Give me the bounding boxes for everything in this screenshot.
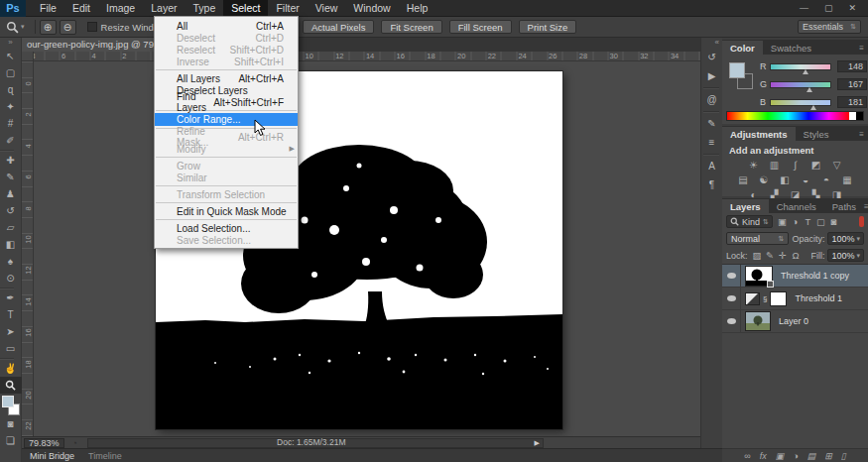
link-layers-icon[interactable]: ∞ (744, 451, 750, 461)
crop-tool[interactable]: # (0, 115, 22, 132)
menu-select[interactable]: Select (223, 0, 268, 17)
menu-window[interactable]: Window (345, 0, 398, 17)
character-panel-icon[interactable]: A (703, 157, 721, 175)
resize-windows-checkbox[interactable] (87, 22, 97, 32)
clone-stamp-tool[interactable]: ♟ (0, 185, 22, 202)
channel-mixer-icon[interactable]: ◓ (818, 173, 835, 186)
layer-style-icon[interactable]: fx (760, 451, 767, 461)
clone-source-panel-icon[interactable]: ≡ (703, 133, 721, 152)
layer-row-threshold-1[interactable]: §Threshold 1 (722, 288, 868, 310)
fill-field[interactable]: 100% ▾ (827, 249, 864, 262)
close-button[interactable]: ✕ (848, 3, 856, 13)
curves-icon[interactable]: ∫ (787, 159, 804, 172)
actual-pixels-button[interactable]: Actual Pixels (303, 20, 374, 34)
hand-tool[interactable]: ✌ (0, 360, 22, 377)
photo-filter-icon[interactable]: ◒ (798, 173, 814, 186)
color-panel-swatches[interactable] (729, 62, 755, 92)
quick-mask-button[interactable]: ◙ (0, 415, 22, 432)
history-panel-icon[interactable]: ↺ (703, 48, 721, 66)
hue-saturation-icon[interactable]: ▤ (735, 173, 752, 186)
filter-shape-icon[interactable]: ▢ (814, 216, 827, 227)
delete-layer-icon[interactable]: ▯ (841, 451, 846, 461)
path-selection-tool[interactable]: ➤ (0, 323, 22, 340)
menu-item-load-selection[interactable]: Load Selection... (155, 222, 298, 234)
menu-type[interactable]: Type (185, 0, 223, 17)
color-spectrum-ramp[interactable] (726, 111, 864, 121)
slider-marker[interactable] (806, 87, 812, 92)
layer-name[interactable]: Threshold 1 copy (781, 271, 849, 281)
blur-tool[interactable]: ♠ (0, 253, 22, 270)
layer-row-threshold-1-copy[interactable]: Threshold 1 copy (722, 265, 868, 288)
levels-icon[interactable]: ▥ (766, 159, 783, 172)
color-lookup-icon[interactable]: ▦ (839, 173, 856, 186)
new-group-icon[interactable]: ▤ (807, 451, 816, 461)
menu-image[interactable]: Image (98, 0, 143, 17)
exposure-icon[interactable]: ◩ (807, 159, 824, 172)
foreground-color-swatch[interactable] (729, 62, 745, 78)
foreground-color-swatch[interactable] (2, 396, 14, 407)
opacity-field[interactable]: 100% ▾ (827, 232, 864, 245)
move-tool[interactable]: ↖ (0, 48, 22, 64)
dodge-tool[interactable]: ⊙ (0, 270, 22, 287)
layer-name[interactable]: Threshold 1 (795, 293, 842, 303)
menu-item-edit-in-quick-mask-mode[interactable]: Edit in Quick Mask Mode (155, 205, 298, 217)
spectrum-white[interactable] (849, 112, 856, 120)
bottom-tab-timeline[interactable]: Timeline (88, 451, 122, 461)
slider-marker[interactable] (810, 105, 816, 110)
spectrum-black[interactable] (856, 112, 863, 120)
channel-slider[interactable] (770, 81, 831, 88)
zoom-level-field[interactable]: 79.83% (24, 438, 64, 448)
restore-button[interactable]: ▢ (824, 3, 833, 13)
menu-layer[interactable]: Layer (143, 0, 185, 17)
tab-color[interactable]: Color (722, 41, 763, 55)
workspace-switcher[interactable]: Essentials ⇅ (798, 20, 861, 34)
vertical-ruler[interactable]: 024681012141618202224 (22, 61, 34, 436)
layer-row-layer-0[interactable]: Layer 0 (722, 310, 868, 333)
channel-slider[interactable] (770, 63, 831, 70)
filter-type-icon[interactable]: T (802, 216, 814, 227)
brush-panel-icon[interactable]: ✎ (703, 114, 721, 133)
color-swatches[interactable] (2, 396, 20, 415)
bottom-tab-mini-bridge[interactable]: Mini Bridge (30, 451, 74, 461)
blend-mode-select[interactable]: Normal ⇅ (726, 232, 789, 245)
menu-item-color-range[interactable]: Color Range... (155, 113, 298, 126)
menu-view[interactable]: View (308, 0, 346, 17)
lock-all-icon[interactable]: Ω (790, 250, 803, 261)
dock-collapse-icon[interactable]: « (715, 38, 722, 48)
type-tool[interactable]: T (0, 306, 22, 323)
menu-edit[interactable]: Edit (64, 0, 98, 17)
history-brush-tool[interactable]: ↺ (0, 202, 22, 219)
layer-mask-thumbnail[interactable] (770, 291, 787, 306)
add-mask-icon[interactable]: ▣ (776, 451, 785, 461)
filter-adjustment-icon[interactable]: ◑ (789, 216, 802, 227)
menu-item-all-layers[interactable]: All LayersAlt+Ctrl+A (155, 72, 298, 84)
vibrance-icon[interactable]: ▽ (828, 159, 845, 172)
layer-thumbnail[interactable] (745, 311, 771, 331)
brightness-contrast-icon[interactable]: ☀ (745, 159, 762, 172)
filter-kind-select[interactable]: Kind ⇅ (726, 215, 773, 228)
quick-selection-tool[interactable]: ✦ (0, 98, 22, 115)
status-expand-arrow[interactable]: ▶ (535, 439, 543, 447)
layer-thumbnail[interactable] (745, 266, 773, 287)
tab-layers[interactable]: Layers (722, 199, 769, 213)
gradient-tool[interactable]: ◧ (0, 236, 22, 253)
filter-toggle-switch[interactable] (859, 216, 864, 227)
layer-name[interactable]: Layer 0 (779, 316, 808, 326)
fill-screen-button[interactable]: Fill Screen (449, 20, 512, 34)
screen-mode-button[interactable]: ❏ (0, 432, 22, 449)
horizontal-ruler[interactable]: 86421012141618202224262830323436 (34, 52, 700, 61)
eraser-tool[interactable]: ▱ (0, 219, 22, 236)
panel-menu-icon[interactable]: ≡ (864, 202, 868, 213)
paragraph-panel-icon[interactable]: ¶ (703, 175, 721, 194)
menu-file[interactable]: File (32, 0, 64, 17)
minimize-button[interactable]: — (800, 3, 808, 13)
filter-image-icon[interactable]: ▣ (776, 216, 789, 227)
marquee-tool[interactable]: ▢ (0, 64, 22, 81)
new-layer-icon[interactable]: ⊞ (824, 451, 832, 461)
tab-swatches[interactable]: Swatches (763, 41, 819, 55)
brush-tool[interactable]: ✎ (0, 169, 22, 185)
black-white-icon[interactable]: ◧ (777, 173, 794, 186)
slider-marker[interactable] (803, 69, 808, 74)
new-adjustment-icon[interactable]: ◑ (793, 451, 798, 461)
eyedropper-tool[interactable]: ✐ (0, 132, 22, 149)
